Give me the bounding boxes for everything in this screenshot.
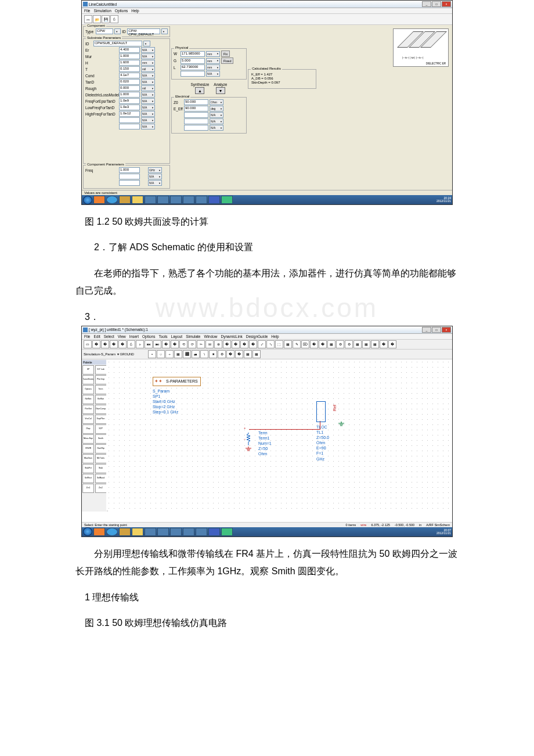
phys-W-unit[interactable]: mm▼ [206, 51, 220, 57]
tb-icon[interactable]: ⛰ [192, 350, 200, 358]
term-component[interactable]: + − Term Term1 Num=1 Z=50 Ohm [246, 428, 257, 457]
tb-icon[interactable]: � [249, 340, 257, 348]
pal-item[interactable]: RefNet [82, 395, 94, 404]
sparam-component[interactable]: ✦✦ S-PARAMETERS S_Param SP1 Start=0 GHz … [153, 377, 201, 415]
tb-icon[interactable]: ⎙ [127, 340, 135, 348]
tb-icon[interactable]: • [148, 350, 156, 358]
schematic-canvas[interactable]: ✦✦ S-PARAMETERS S_Param SP1 Start=0 GHz … [106, 359, 452, 510]
tb-icon[interactable]: ⊞ [205, 340, 214, 348]
menu-help[interactable]: Help [131, 9, 139, 13]
sub-FreqForEpsrTanD-unit[interactable]: N/A▼ [141, 98, 155, 104]
sub-LowFreqForTanD-input[interactable]: 1.0e3 [119, 105, 140, 110]
menu-file[interactable]: File [84, 334, 90, 339]
task-app[interactable] [132, 196, 143, 204]
fix-button[interactable]: Fixed [221, 57, 233, 64]
tb-icon[interactable]: � [223, 340, 231, 348]
elec-Z0-input[interactable]: 50.000 [184, 99, 208, 105]
phys-G-unit[interactable]: mm▼ [206, 58, 220, 64]
pal-item[interactable]: Plot Imp [95, 375, 107, 384]
sub-H-unit[interactable]: mm▼ [141, 60, 155, 66]
task-app[interactable] [106, 528, 118, 536]
tb-icon[interactable]: ▭ [84, 340, 92, 348]
menu-edit[interactable]: Edit [93, 334, 100, 339]
pal-item[interactable]: StabFct [82, 464, 94, 473]
task-app[interactable] [157, 528, 169, 536]
task-app[interactable] [157, 196, 169, 204]
tb-icon[interactable]: � [92, 340, 100, 348]
tb-icon[interactable]: ✂ [197, 340, 205, 348]
pal-item[interactable]: SelRect [82, 474, 94, 483]
pal-item[interactable]: Meas Eqn [82, 434, 94, 444]
task-app[interactable] [93, 528, 105, 536]
tb-icon[interactable]: ▦ [371, 340, 379, 348]
menu-insert[interactable]: Insert [129, 334, 139, 339]
print-icon[interactable]: ⎙ [110, 15, 118, 23]
pal-item[interactable]: S2P [95, 424, 107, 434]
pal-item[interactable]: SwpPlan [95, 415, 107, 424]
menu-dynamiclink[interactable]: DynamicLink [221, 334, 243, 339]
tb-icon[interactable]: � [235, 350, 243, 358]
task-app[interactable] [145, 196, 156, 204]
sub-LowFreqForTanD-unit[interactable]: N/A▼ [141, 105, 155, 110]
tb-icon[interactable]: ▦ [244, 350, 252, 358]
sub-FreqForEpsrTanD-input[interactable]: 1.0e9 [119, 98, 140, 104]
tb-icon[interactable]: � [388, 340, 396, 348]
menu-options[interactable]: Options [142, 334, 155, 339]
task-app[interactable] [196, 528, 207, 536]
fix-button[interactable]: Fix [221, 51, 230, 57]
tb-icon[interactable]: ⚙ [218, 350, 226, 358]
menu-simulate[interactable]: Simulate [186, 334, 200, 339]
task-app[interactable] [132, 528, 143, 536]
close-button[interactable]: × [442, 327, 451, 333]
tb-icon[interactable]: ⟲ [179, 340, 187, 348]
tb-icon[interactable]: � [110, 340, 118, 348]
task-app[interactable] [170, 196, 182, 204]
menu-file[interactable]: File [84, 9, 90, 13]
sub-DielectricLossModel-input[interactable]: 1.000 [119, 92, 140, 98]
sub-H-input[interactable]: 1.600 [119, 60, 140, 66]
task-app[interactable] [183, 196, 194, 204]
tb-icon[interactable]: ⏭ [153, 340, 161, 348]
task-app[interactable] [119, 528, 131, 536]
pal-item[interactable]: SelBand [95, 474, 107, 483]
phys-L-unit[interactable]: mm▼ [206, 64, 220, 70]
minimize-button[interactable]: _ [422, 327, 431, 333]
pal-item[interactable]: MaxGain [82, 454, 94, 463]
tb-icon[interactable]: � [310, 340, 318, 348]
sub-Rough-input[interactable]: 0.000 [119, 85, 140, 91]
pal-item[interactable]: Term [95, 385, 107, 394]
menu-help[interactable]: Help [271, 334, 279, 339]
task-app[interactable] [145, 528, 156, 536]
phys-L-input[interactable]: 62.730000 [181, 64, 205, 70]
phys-G-input[interactable]: 5.000 [181, 58, 205, 64]
tb-icon[interactable]: ⌦ [301, 340, 309, 348]
menu-window[interactable]: Window [204, 334, 217, 339]
tb-icon[interactable]: � [380, 340, 388, 348]
menu-designguide[interactable]: DesignGuide [246, 334, 268, 339]
task-app[interactable] [93, 196, 105, 204]
elec-E_Eff-input[interactable]: 90.000 [184, 106, 208, 111]
task-app[interactable] [196, 196, 207, 204]
open-icon[interactable]: 📂 [93, 15, 101, 23]
freq-unit-select[interactable]: GHz▼ [148, 167, 162, 173]
sub-Rough-unit[interactable]: mil▼ [141, 85, 155, 91]
freq-input[interactable]: 1.000 [119, 167, 140, 173]
pal-item[interactable]: Zin2 [95, 484, 107, 493]
sub-id-dropdown-icon[interactable]: ▼ [143, 41, 150, 46]
pal-item[interactable]: SP [82, 365, 94, 375]
tb-icon[interactable]: � [171, 340, 179, 348]
tb-icon[interactable]: ▦ [327, 340, 335, 348]
tb-icon[interactable]: ⏮ [145, 340, 153, 348]
tb-icon[interactable]: � [162, 340, 170, 348]
minimize-button[interactable]: _ [422, 1, 431, 7]
tb-icon[interactable]: � [240, 340, 248, 348]
task-app[interactable] [208, 528, 220, 536]
task-app[interactable] [119, 196, 131, 204]
sub-Mur-unit[interactable]: N/A▼ [141, 53, 155, 59]
tb-icon[interactable]: ○ [157, 350, 165, 358]
pal-item[interactable]: Stab [95, 464, 107, 473]
type-dropdown-icon[interactable]: ▼ [114, 28, 121, 34]
sub-TanD-unit[interactable]: N/A▼ [141, 79, 155, 85]
task-app[interactable] [221, 528, 233, 536]
maximize-button[interactable]: □ [432, 1, 441, 7]
